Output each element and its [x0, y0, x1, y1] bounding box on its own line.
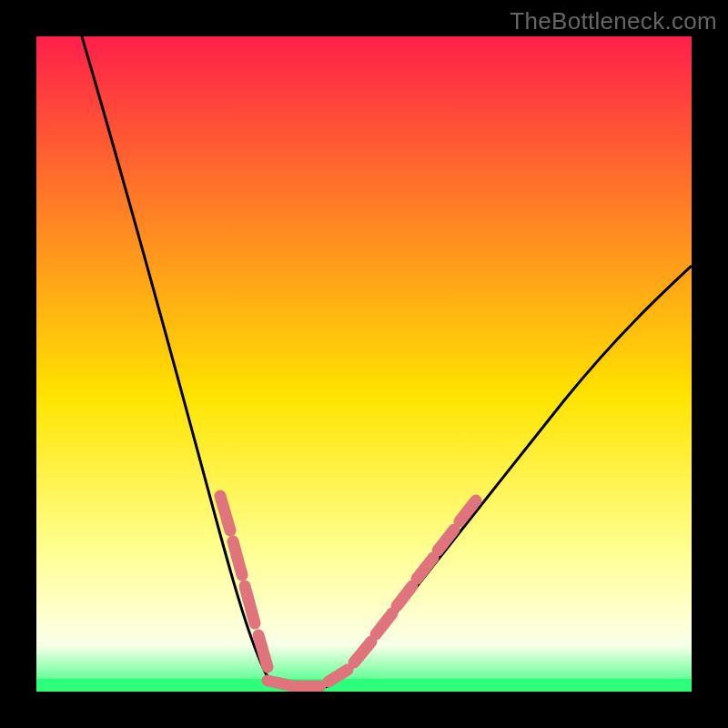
plot-area	[36, 36, 692, 692]
chart-frame: TheBottleneck.com	[0, 0, 728, 728]
chart-svg	[36, 36, 692, 692]
svg-line-4	[268, 681, 289, 685]
overlay-bottom-dashes	[268, 681, 320, 686]
watermark-text: TheBottleneck.com	[510, 7, 717, 35]
bottom-green-band	[36, 679, 692, 692]
